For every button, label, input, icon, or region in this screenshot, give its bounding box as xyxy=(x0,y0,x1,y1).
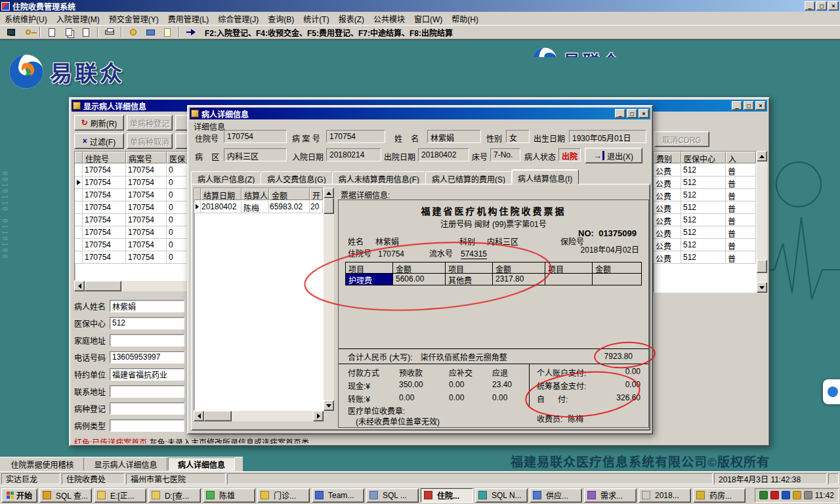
scheduler-icon[interactable] xyxy=(804,491,812,499)
table-row[interactable]: 1707541707540 xyxy=(75,189,206,201)
tab-settlement-info[interactable]: 病人结算信息(I) xyxy=(511,169,579,184)
network-icon[interactable] xyxy=(782,491,790,499)
goto-icon[interactable] xyxy=(183,26,199,39)
volume-icon[interactable] xyxy=(793,491,801,499)
copy-icon[interactable] xyxy=(61,26,77,39)
table-row[interactable]: 公费512普 xyxy=(654,189,756,201)
menu-item-comprehensive[interactable]: 综合管理(J) xyxy=(213,12,263,26)
single-disease-register-button[interactable]: 单病种登记 xyxy=(127,115,173,131)
menu-item-query[interactable]: 查询(B) xyxy=(263,12,299,26)
task-sql-query[interactable]: SQL 查... xyxy=(39,488,92,503)
antivirus-icon[interactable] xyxy=(770,491,779,499)
minimize-button[interactable]: _ xyxy=(805,1,815,10)
coins-icon[interactable] xyxy=(125,26,141,39)
table-row[interactable]: 公费512普 xyxy=(654,214,756,226)
menu-item-report[interactable]: 报表(Z) xyxy=(334,12,369,26)
task-sql-n[interactable]: SQL N... xyxy=(475,488,528,503)
tab-account-info[interactable]: 病人账户信息(Z) xyxy=(191,171,261,184)
table-row[interactable]: 1707541707540 xyxy=(75,201,206,214)
scrollbar-thumb[interactable] xyxy=(324,198,334,214)
home-address-field[interactable] xyxy=(110,334,184,346)
task-inpatient-active[interactable]: 住院... xyxy=(421,488,473,503)
single-disease-cancel-button[interactable]: 单病种取消 xyxy=(127,133,173,149)
key-icon[interactable] xyxy=(20,26,36,39)
table-row[interactable]: 公费512普 xyxy=(654,226,756,239)
table-row[interactable]: 公费512普 xyxy=(654,164,756,177)
task-explorer-d[interactable]: D:[查... xyxy=(148,488,201,503)
menu-item-system[interactable]: 系统维护(U) xyxy=(0,12,52,26)
task-2018-doc[interactable]: 2018... xyxy=(639,488,691,503)
item-nursing-fee[interactable]: 护理费 xyxy=(346,274,393,285)
ime-icon[interactable] xyxy=(759,491,768,499)
printer-icon[interactable] xyxy=(102,26,117,39)
table-row[interactable]: 公费512普 xyxy=(654,239,756,251)
scroll-right-icon[interactable] xyxy=(313,411,324,421)
minimize-button[interactable]: _ xyxy=(732,101,742,110)
scroll-up-icon[interactable] xyxy=(757,151,767,161)
menu-item-help[interactable]: 帮助(H) xyxy=(447,12,483,26)
menu-item-window[interactable]: 窗口(W) xyxy=(410,12,447,26)
note-icon[interactable] xyxy=(159,26,175,39)
close-button[interactable]: × xyxy=(828,1,839,10)
menu-item-fee[interactable]: 费用管理(L) xyxy=(163,12,214,26)
fee-type-table[interactable]: 费别 医保中心 入 公费512普 公费512普 公费512普 公费512普 公费… xyxy=(653,151,757,293)
scrollbar-thumb[interactable] xyxy=(85,281,121,291)
task-supply[interactable]: 供应... xyxy=(530,488,582,503)
settlement-list[interactable]: 结算日期 结算人 金额 开 20180402 陈梅 65983.02 20 xyxy=(194,188,334,421)
scroll-left-icon[interactable] xyxy=(74,281,85,291)
table-row[interactable]: 公费512普 xyxy=(654,177,756,189)
menu-item-stats[interactable]: 统计(T) xyxy=(299,12,333,26)
scroll-down-icon[interactable] xyxy=(324,400,334,411)
task-outpatient[interactable]: 门诊... xyxy=(257,488,310,503)
menu-item-prepay[interactable]: 预交金管理(Y) xyxy=(104,12,163,26)
task-demand[interactable]: 需求... xyxy=(584,488,637,503)
contact-address-field[interactable] xyxy=(110,385,184,398)
filter-button[interactable]: × 过滤(F) xyxy=(74,133,124,149)
insurance-center-field[interactable] xyxy=(110,317,184,329)
scroll-down-icon[interactable] xyxy=(757,282,767,293)
table-row[interactable]: 1707541707540 xyxy=(75,226,206,239)
cancel-cdrg-button[interactable]: 取消CDRG xyxy=(654,131,709,147)
patient-name-field[interactable] xyxy=(110,300,184,312)
task-explorer-e[interactable]: E:[正... xyxy=(94,488,146,503)
menu-item-public[interactable]: 公共模块 xyxy=(369,12,410,26)
table-row[interactable]: 1707541707540 xyxy=(75,239,206,251)
table-row[interactable]: 1707541707540 xyxy=(75,214,206,226)
table-row-selected[interactable]: 1707541707540 xyxy=(75,177,206,189)
table-row[interactable]: 公费512普 xyxy=(654,201,756,214)
bottomtab-patient-list[interactable]: 显示病人详细信息 xyxy=(85,457,167,471)
task-sql-2[interactable]: SQL ... xyxy=(366,488,419,503)
minimize-button[interactable]: _ xyxy=(615,109,625,118)
close-button[interactable]: × xyxy=(755,101,766,110)
maximize-button[interactable]: □ xyxy=(816,1,827,10)
refresh-button[interactable]: ↻ 刷新(R) xyxy=(74,115,124,131)
card-icon[interactable] xyxy=(142,26,158,39)
settlement-hscrollbar[interactable] xyxy=(194,411,324,421)
settlement-vscrollbar[interactable] xyxy=(324,188,334,411)
task-messenger[interactable]: 陈雄 xyxy=(203,488,255,503)
phone-field[interactable] xyxy=(110,351,184,364)
table-row[interactable]: 1707541707540 xyxy=(75,251,206,264)
scroll-left-icon[interactable] xyxy=(194,411,204,421)
task-team[interactable]: Team... xyxy=(312,488,364,503)
exit-button[interactable]: → 退出(X) xyxy=(585,148,642,163)
table-row[interactable]: 1707541707540 xyxy=(75,164,206,177)
tab-settled-fees[interactable]: 病人已结算的费用(S) xyxy=(425,171,512,184)
bottomtab-patient-detail[interactable]: 病人详细信息 xyxy=(168,457,235,471)
patient-detail-titlebar[interactable]: 病人详细信息 _ □ × xyxy=(190,108,650,119)
scrollbar-thumb[interactable] xyxy=(204,411,232,421)
scrollbar-thumb[interactable] xyxy=(757,260,767,273)
disease-register-field[interactable] xyxy=(110,402,184,415)
document-icon[interactable] xyxy=(78,26,94,39)
close-button[interactable]: × xyxy=(639,109,649,118)
case-type-field[interactable] xyxy=(110,419,184,432)
special-unit-field[interactable] xyxy=(110,368,184,381)
tab-unsettled-fees[interactable]: 病人未结算费用信息(F) xyxy=(332,171,426,184)
bottomtab-receipt-audit[interactable]: 住院票据使用稽核 xyxy=(1,457,84,471)
table-row-selected[interactable]: 20180402 陈梅 65983.02 20 xyxy=(194,201,323,213)
fee-table-vscrollbar[interactable] xyxy=(757,151,767,293)
start-button[interactable]: 开始 xyxy=(1,488,37,503)
menu-item-admission[interactable]: 入院管理(M) xyxy=(52,12,104,26)
form-icon[interactable] xyxy=(44,26,60,39)
maximize-button[interactable]: □ xyxy=(744,101,754,110)
